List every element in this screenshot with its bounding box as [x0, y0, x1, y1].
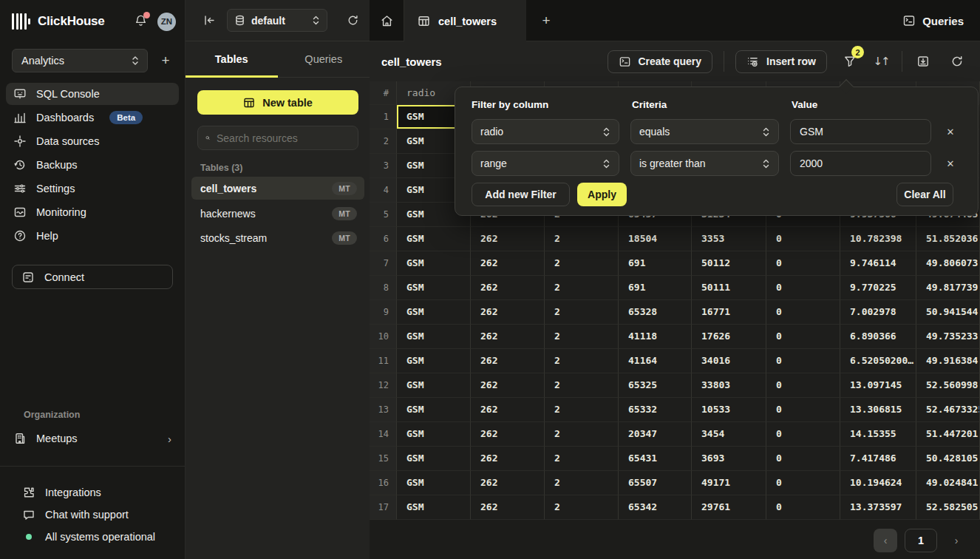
table-cell[interactable]: 52.560998 [916, 373, 980, 398]
search-input[interactable] [217, 132, 350, 144]
table-cell[interactable]: 2 [545, 447, 619, 471]
table-cell[interactable]: 262 [471, 398, 545, 422]
table-cell[interactable]: 49.806073 [916, 251, 980, 276]
column-select[interactable]: radio [472, 119, 619, 144]
table-cell[interactable]: 7.417486 [840, 447, 916, 471]
next-page-button[interactable]: › [947, 529, 965, 552]
table-cell[interactable]: 65431 [619, 447, 692, 471]
table-cell[interactable]: 2 [545, 251, 619, 276]
new-table-button[interactable]: New table [197, 90, 358, 115]
table-cell[interactable]: 49.735233 [916, 325, 980, 349]
table-cell[interactable]: 2 [545, 373, 619, 398]
add-filter-button[interactable]: Add new Filter [472, 183, 570, 206]
table-cell[interactable]: 50.428105 [916, 447, 980, 471]
table-cell[interactable]: 65342 [619, 495, 692, 520]
table-cell[interactable]: 9.770225 [840, 276, 916, 300]
table-cell[interactable]: 2 [545, 471, 619, 495]
table-cell[interactable]: 0 [766, 373, 840, 398]
table-cell[interactable]: 16771 [692, 300, 766, 325]
table-cell[interactable]: 262 [471, 349, 545, 373]
clear-all-button[interactable]: Clear All [896, 183, 953, 206]
new-tab-button[interactable]: + [536, 10, 557, 31]
table-cell[interactable]: 14.15355 [840, 422, 916, 447]
database-select[interactable]: default [227, 9, 327, 32]
table-cell[interactable]: 65332 [619, 398, 692, 422]
table-cell[interactable]: 41118 [619, 325, 692, 349]
remove-filter-button[interactable]: ✕ [939, 151, 962, 176]
filter-button[interactable]: 2 [840, 52, 860, 71]
table-cell[interactable]: 2 [545, 227, 619, 251]
table-cell[interactable]: 2 [545, 276, 619, 300]
table-cell[interactable]: GSM [397, 373, 471, 398]
table-cell[interactable]: 3353 [692, 227, 766, 251]
table-cell[interactable]: 51.852036 [916, 227, 980, 251]
table-cell[interactable]: 0 [766, 276, 840, 300]
table-list-item-stocks-stream[interactable]: stocks_stream MT [191, 226, 364, 249]
table-cell[interactable]: 13.097145 [840, 373, 916, 398]
table-cell[interactable]: 9.746114 [840, 251, 916, 276]
table-cell[interactable]: 33803 [692, 373, 766, 398]
column-select[interactable]: range [472, 151, 619, 176]
table-cell[interactable]: 13.306815 [840, 398, 916, 422]
system-status[interactable]: All systems operational [22, 526, 179, 547]
table-cell[interactable]: 65507 [619, 471, 692, 495]
table-cell[interactable]: 49.024841 [916, 471, 980, 495]
table-cell[interactable]: GSM [397, 471, 471, 495]
table-cell[interactable]: 29761 [692, 495, 766, 520]
table-cell[interactable]: GSM [397, 422, 471, 447]
table-cell[interactable]: 262 [471, 471, 545, 495]
table-cell[interactable]: 7.002978 [840, 300, 916, 325]
table-list-item-cell-towers[interactable]: cell_towers MT [191, 177, 364, 200]
table-cell[interactable]: 262 [471, 300, 545, 325]
table-cell[interactable]: GSM [397, 349, 471, 373]
table-cell[interactable]: 2 [545, 300, 619, 325]
table-cell[interactable]: 52.582505 [916, 495, 980, 520]
table-cell[interactable]: GSM [397, 251, 471, 276]
table-cell[interactable]: 691 [619, 276, 692, 300]
table-cell[interactable]: 262 [471, 325, 545, 349]
table-cell[interactable]: 49.916384 [916, 349, 980, 373]
table-cell[interactable]: 0 [766, 471, 840, 495]
table-cell[interactable]: 0 [766, 325, 840, 349]
table-cell[interactable]: GSM [397, 495, 471, 520]
table-cell[interactable]: 0 [766, 251, 840, 276]
refresh-button[interactable] [947, 52, 967, 71]
collapse-panel-icon[interactable] [203, 14, 216, 27]
table-cell[interactable]: 52.4673325 [916, 398, 980, 422]
table-cell[interactable]: 262 [471, 495, 545, 520]
table-cell[interactable]: 2 [545, 422, 619, 447]
table-cell[interactable]: 10.194624 [840, 471, 916, 495]
table-cell[interactable]: 262 [471, 227, 545, 251]
sidebar-item-meetups[interactable]: Meetups › [6, 427, 179, 450]
sidebar-item-dashboards[interactable]: Dashboards Beta [6, 106, 179, 129]
table-cell[interactable]: 6.890366 [840, 325, 916, 349]
table-cell[interactable]: 3693 [692, 447, 766, 471]
sidebar-item-backups[interactable]: Backups [6, 154, 179, 176]
avatar[interactable]: ZN [157, 13, 176, 31]
table-cell[interactable]: 13.373597 [840, 495, 916, 520]
previous-page-button[interactable]: ‹ [874, 529, 897, 552]
table-cell[interactable]: 0 [766, 227, 840, 251]
table-cell[interactable]: 17626 [692, 325, 766, 349]
table-cell[interactable]: 262 [471, 422, 545, 447]
table-cell[interactable]: 51.447201 [916, 422, 980, 447]
sidebar-item-sql-console[interactable]: SQL Console [6, 83, 179, 105]
tab-tables[interactable]: Tables [186, 41, 278, 77]
value-input[interactable] [790, 119, 931, 144]
table-cell[interactable]: 0 [766, 300, 840, 325]
table-cell[interactable]: 65328 [619, 300, 692, 325]
value-input[interactable] [790, 151, 931, 176]
table-cell[interactable]: 49.817739 [916, 276, 980, 300]
table-cell[interactable]: 0 [766, 398, 840, 422]
home-button[interactable] [370, 0, 404, 41]
sidebar-item-help[interactable]: Help [6, 225, 179, 247]
apply-button[interactable]: Apply [577, 183, 627, 206]
table-cell[interactable]: 34016 [692, 349, 766, 373]
add-service-button[interactable]: + [155, 50, 176, 71]
sidebar-item-data-sources[interactable]: Data sources [6, 130, 179, 152]
sidebar-item-chat-support[interactable]: Chat with support [22, 504, 179, 525]
table-cell[interactable]: GSM [397, 276, 471, 300]
table-cell[interactable]: 2 [545, 325, 619, 349]
table-cell[interactable]: 262 [471, 276, 545, 300]
tab-queries[interactable]: Queries [278, 41, 370, 77]
